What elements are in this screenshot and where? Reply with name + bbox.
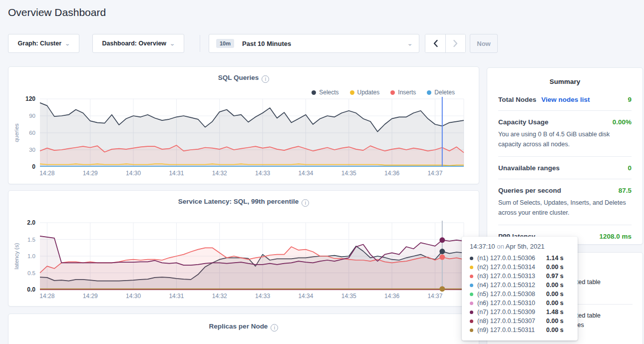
tooltip-row: (n1) 127.0.0.1:503061.14 s [470, 254, 571, 263]
tooltip-row: (n3) 127.0.0.1:503130.97 s [470, 272, 571, 281]
time-range-selector[interactable]: 10m Past 10 Minutes ⌄ [209, 34, 419, 53]
tooltip-node-value: 1.48 s [546, 309, 564, 316]
tooltip-time: 14:37:10 [470, 243, 495, 250]
tooltip-node-value: 1.14 s [546, 255, 564, 262]
x-tick-label: 14:29 [83, 170, 98, 177]
y-tick-label: 60 [29, 130, 35, 136]
x-tick-label: 14:34 [298, 170, 313, 177]
tooltip-row: (n4) 127.0.0.1:503120.00 s [470, 281, 571, 290]
prev-time-button[interactable] [425, 34, 445, 52]
chevron-down-icon: ⌄ [407, 41, 413, 46]
graph-dropdown[interactable]: Graph: Cluster ⌄ [8, 34, 79, 53]
x-tick-label: 14:32 [212, 293, 227, 300]
hover-marker [439, 249, 445, 254]
info-icon[interactable]: i [271, 324, 278, 332]
summary-label: Total Nodes [498, 96, 536, 103]
tooltip-row: (n2) 127.0.0.1:503140.00 s [470, 263, 571, 272]
x-tick-label: 14:37 [427, 293, 442, 300]
series-dot [470, 302, 473, 305]
series-dot [470, 284, 473, 287]
x-tick-label: 14:31 [169, 293, 184, 300]
y-tick-label: 30 [29, 147, 35, 153]
series-dot [470, 311, 473, 314]
summary-row: Total NodesView nodes list9 [498, 88, 632, 111]
time-range-label: Past 10 Minutes [242, 40, 408, 47]
sql-queries-chart[interactable]: 030609012014:2814:2914:3014:3114:3214:33… [8, 67, 480, 185]
y-tick-label: 120 [25, 95, 35, 102]
tooltip-node-address: (n4) 127.0.0.1:50312 [477, 282, 546, 289]
tooltip-row: (n9) 127.0.0.1:503110.00 s [470, 326, 571, 335]
tooltip-node-value: 0.00 s [546, 318, 564, 325]
x-tick-label: 14:33 [255, 170, 270, 177]
tooltip-node-address: (n3) 127.0.0.1:50313 [477, 273, 546, 280]
chevron-down-icon: ⌄ [169, 41, 175, 46]
x-tick-label: 14:32 [212, 170, 227, 177]
next-time-button[interactable] [445, 34, 465, 52]
tooltip-node-value: 0.00 s [546, 300, 564, 307]
series-dot [470, 293, 473, 296]
summary-label: Capacity Usage [498, 118, 549, 126]
tooltip-date: Apr 5th, 2021 [506, 243, 545, 250]
hover-marker [439, 237, 445, 243]
tooltip-row: (n8) 127.0.0.1:503070.00 s [470, 317, 571, 326]
now-button[interactable]: Now [470, 34, 498, 53]
tooltip-node-address: (n1) 127.0.0.1:50306 [477, 255, 546, 262]
summary-value: 0 [628, 164, 632, 172]
tooltip-conjunction: on [497, 243, 504, 250]
summary-title: Summary [487, 68, 643, 88]
x-tick-label: 14:28 [39, 170, 54, 177]
chevron-left-icon [433, 39, 438, 47]
tooltip-node-address: (n6) 127.0.0.1:50310 [477, 300, 546, 307]
tooltip-node-address: (n7) 127.0.0.1:50309 [477, 309, 546, 316]
overview-dashboard-page: Overview Dashboard Graph: Cluster ⌄ Dash… [0, 0, 644, 344]
y-tick-label: 2.0 [27, 219, 35, 226]
series-dot [470, 275, 473, 278]
y-tick-label: 1.0 [27, 253, 35, 259]
tooltip-node-address: (n5) 127.0.0.1:50308 [477, 291, 546, 298]
summary-row: Unavailable ranges0 [498, 157, 632, 179]
y-axis-unit-label: latency (s) [13, 243, 19, 269]
replicas-per-node-title-text: Replicas per Node [209, 323, 268, 330]
x-tick-label: 14:30 [126, 170, 141, 177]
x-tick-label: 14:30 [126, 293, 141, 300]
chevron-right-icon [453, 39, 458, 47]
tooltip-node-value: 0.97 s [546, 273, 564, 280]
summary-description: Sum of Selects, Updates, Inserts, and De… [498, 198, 632, 218]
tooltip-node-value: 0.00 s [546, 327, 564, 334]
summary-description: You are using 0 B of 4.5 GiB usable disk… [498, 129, 632, 149]
view-nodes-list-link[interactable]: View nodes list [541, 96, 590, 103]
tooltip-node-value: 0.00 s [546, 291, 564, 298]
summary-value: 87.5 [619, 187, 632, 194]
x-tick-label: 14:34 [298, 293, 313, 300]
time-step-buttons [425, 34, 466, 53]
summary-value: 0.00% [613, 118, 632, 126]
y-axis-unit-label: queries [13, 123, 19, 142]
x-tick-label: 14:35 [341, 293, 356, 300]
tooltip-node-address: (n9) 127.0.0.1:50311 [477, 327, 546, 334]
service-latency-card: Service Latency: SQL, 99th percentilei 0… [8, 190, 479, 307]
service-latency-chart[interactable]: 0.00.51.01.52.014:2814:2914:3014:3114:32… [8, 191, 480, 307]
hover-marker [439, 286, 445, 292]
replicas-per-node-card: Replicas per Nodei [8, 314, 479, 344]
y-tick-label: 0.0 [27, 286, 35, 293]
y-tick-label: 0.5 [27, 270, 35, 276]
summary-label: Queries per second [498, 187, 561, 194]
sql-queries-card: SQL Queriesi SelectsUpdatesInsertsDelete… [8, 66, 479, 184]
summary-label: Unavailable ranges [498, 164, 560, 172]
summary-row: Queries per second87.5Sum of Selects, Up… [498, 179, 632, 225]
chart-hover-tooltip: 14:37:10 on Apr 5th, 2021 (n1) 127.0.0.1… [462, 237, 578, 341]
dashboard-dropdown-label: Dashboard: Overview [102, 40, 167, 47]
time-range-badge: 10m [216, 39, 234, 48]
x-tick-label: 14:31 [169, 170, 184, 177]
controls-divider [200, 35, 200, 52]
chevron-down-icon: ⌄ [64, 41, 70, 46]
tooltip-node-address: (n8) 127.0.0.1:50307 [477, 318, 546, 325]
y-tick-label: 90 [29, 113, 35, 119]
dashboard-dropdown[interactable]: Dashboard: Overview ⌄ [92, 34, 184, 53]
summary-row: Capacity Usage0.00%You are using 0 B of … [498, 111, 632, 157]
summary-value: 1208.0 ms [599, 233, 632, 240]
graph-dropdown-label: Graph: Cluster [18, 40, 62, 47]
page-title: Overview Dashboard [8, 6, 106, 18]
x-tick-label: 14:33 [255, 293, 270, 300]
tooltip-node-value: 0.00 s [546, 264, 564, 271]
